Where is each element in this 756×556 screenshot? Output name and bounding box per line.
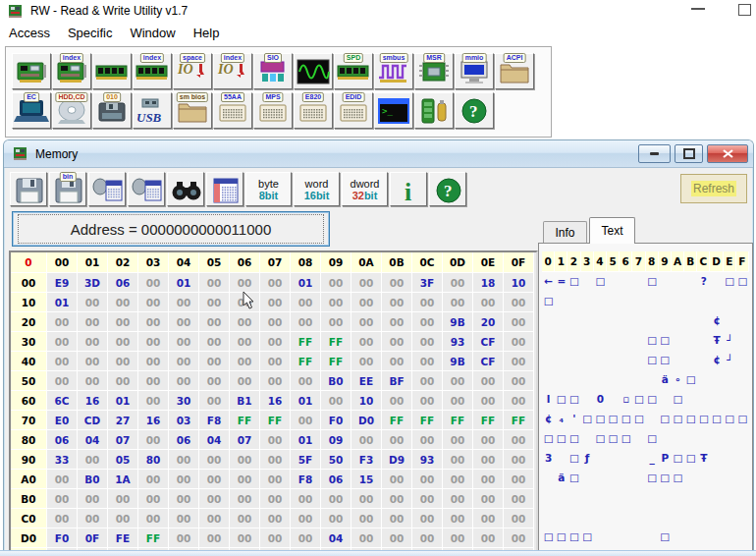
- memory-minimize-button[interactable]: [638, 144, 671, 163]
- hex-cell[interactable]: 27: [108, 411, 138, 430]
- hex-cell[interactable]: FF: [260, 411, 291, 430]
- memory-maximize-button[interactable]: [675, 144, 703, 163]
- hex-cell[interactable]: 20: [473, 312, 504, 332]
- hex-cell[interactable]: 00: [47, 371, 78, 391]
- hex-cell[interactable]: 00: [78, 352, 108, 371]
- hex-cell[interactable]: 00: [351, 293, 382, 312]
- hex-cell[interactable]: 00: [169, 489, 199, 509]
- hex-cell[interactable]: 00: [321, 273, 351, 293]
- hex-cell[interactable]: 00: [230, 450, 260, 470]
- hex-cell[interactable]: 5F: [291, 450, 321, 470]
- hex-cell[interactable]: 00: [321, 312, 351, 332]
- hex-cell[interactable]: FE: [108, 528, 138, 548]
- hex-cell[interactable]: 00: [412, 489, 443, 509]
- hex-cell[interactable]: 00: [199, 489, 230, 509]
- hex-cell[interactable]: 00: [78, 450, 108, 470]
- hex-cell[interactable]: 00: [412, 430, 443, 450]
- hex-cell[interactable]: 00: [412, 528, 443, 548]
- hex-cell[interactable]: 00: [382, 273, 412, 293]
- minimize-icon[interactable]: [691, 8, 705, 10]
- hex-cell[interactable]: 00: [169, 450, 199, 470]
- hex-cell[interactable]: 00: [230, 371, 260, 391]
- hex-cell[interactable]: 00: [504, 332, 534, 352]
- hex-cell[interactable]: 3F: [412, 273, 443, 293]
- hex-cell[interactable]: 50: [321, 450, 351, 470]
- hex-cell[interactable]: 04: [321, 528, 351, 548]
- hex-cell[interactable]: 00: [473, 489, 504, 509]
- hex-cell[interactable]: 00: [412, 352, 443, 371]
- hex-cell[interactable]: 00: [504, 352, 534, 371]
- hex-cell[interactable]: 00: [169, 371, 199, 391]
- hex-cell[interactable]: 00: [382, 293, 412, 312]
- hex-cell[interactable]: FF: [291, 332, 321, 352]
- hex-cell[interactable]: FF: [382, 411, 412, 430]
- hex-cell[interactable]: 1A: [108, 470, 138, 489]
- hex-cell[interactable]: 00: [382, 312, 412, 332]
- hex-cell[interactable]: 00: [47, 489, 78, 509]
- clock-generator-button[interactable]: [294, 53, 333, 89]
- hex-cell[interactable]: 80: [138, 450, 169, 470]
- hex-cell[interactable]: 06: [47, 430, 78, 450]
- search-button[interactable]: [167, 172, 204, 206]
- word-16bit-button[interactable]: word16bit: [294, 172, 340, 206]
- super-io-button[interactable]: SIO: [253, 53, 293, 89]
- hex-cell[interactable]: 00: [199, 312, 230, 332]
- menu-specific[interactable]: Specific: [59, 24, 122, 42]
- hex-cell[interactable]: 00: [199, 293, 230, 312]
- hex-cell[interactable]: CF: [473, 332, 504, 352]
- hex-cell[interactable]: 00: [473, 371, 504, 391]
- hex-cell[interactable]: 00: [291, 371, 321, 391]
- hex-cell[interactable]: 00: [138, 371, 169, 391]
- hex-cell[interactable]: 00: [504, 312, 534, 332]
- hex-cell[interactable]: 00: [108, 509, 138, 528]
- info-button[interactable]: i: [390, 172, 427, 206]
- hex-cell[interactable]: 00: [260, 528, 291, 548]
- hex-cell[interactable]: 00: [291, 489, 321, 509]
- hex-cell[interactable]: 01: [47, 293, 78, 312]
- ec-button[interactable]: EC: [12, 92, 51, 129]
- hex-cell[interactable]: 00: [169, 312, 199, 332]
- restore-icon[interactable]: [738, 4, 751, 16]
- hex-cell[interactable]: 16: [78, 391, 108, 411]
- memory-button[interactable]: [92, 53, 132, 89]
- spd-button[interactable]: SPD: [334, 53, 373, 89]
- hex-cell[interactable]: F3: [351, 450, 382, 470]
- hex-cell[interactable]: 00: [351, 273, 382, 293]
- hex-cell[interactable]: F8: [291, 470, 321, 489]
- hex-cell[interactable]: 00: [169, 332, 199, 352]
- hex-cell[interactable]: 00: [443, 509, 473, 528]
- hex-cell[interactable]: 00: [412, 470, 443, 489]
- hex-cell[interactable]: 00: [504, 470, 534, 489]
- hex-cell[interactable]: 00: [382, 470, 412, 489]
- hex-cell[interactable]: 00: [412, 391, 443, 411]
- hex-cell[interactable]: 00: [199, 509, 230, 528]
- hex-cell[interactable]: 07: [108, 430, 138, 450]
- hex-cell[interactable]: 00: [443, 430, 473, 450]
- hex-cell[interactable]: FF: [504, 411, 534, 430]
- menu-window[interactable]: Window: [121, 24, 184, 42]
- hex-cell[interactable]: 00: [108, 312, 138, 332]
- hex-cell[interactable]: 00: [443, 489, 473, 509]
- help-button[interactable]: ?: [429, 172, 466, 206]
- usb-button[interactable]: USB: [133, 92, 172, 129]
- hex-cell[interactable]: 00: [412, 371, 443, 391]
- io-index-button[interactable]: IOindex: [213, 53, 252, 89]
- hex-cell[interactable]: 00: [443, 371, 473, 391]
- edid-button[interactable]: EDID: [334, 92, 373, 129]
- hex-cell[interactable]: 00: [443, 470, 473, 489]
- hex-cell[interactable]: FF: [473, 411, 504, 430]
- hex-cell[interactable]: 00: [504, 489, 534, 509]
- hex-cell[interactable]: 00: [260, 450, 291, 470]
- hex-cell[interactable]: 00: [382, 332, 412, 352]
- hex-cell[interactable]: 00: [351, 509, 382, 528]
- hex-cell[interactable]: 3D: [78, 273, 108, 293]
- hex-cell[interactable]: 93: [412, 450, 443, 470]
- hex-cell[interactable]: E0: [47, 411, 78, 430]
- hex-cell[interactable]: F8: [199, 411, 230, 430]
- hex-cell[interactable]: 00: [78, 332, 108, 352]
- hex-cell[interactable]: 06: [169, 430, 199, 450]
- hex-cell[interactable]: 00: [473, 293, 504, 312]
- hex-cell[interactable]: 00: [504, 528, 534, 548]
- hex-cell[interactable]: 03: [169, 411, 199, 430]
- hex-cell[interactable]: 00: [138, 273, 169, 293]
